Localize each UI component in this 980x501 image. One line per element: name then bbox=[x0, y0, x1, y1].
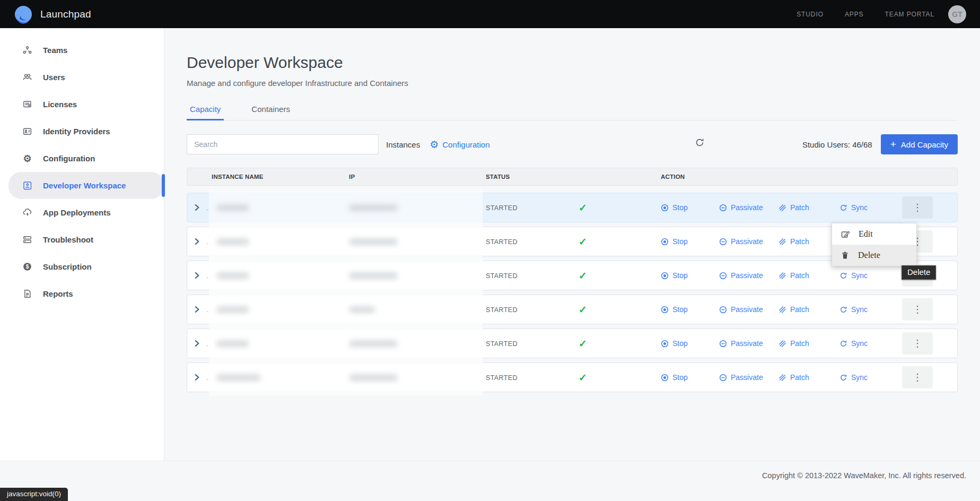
action-label: Stop bbox=[672, 271, 688, 280]
sync-icon bbox=[839, 340, 847, 348]
sync-action[interactable]: Sync bbox=[839, 339, 882, 348]
tab-bar: Capacity Containers bbox=[187, 105, 958, 120]
search-input[interactable] bbox=[187, 134, 379, 154]
menu-item-delete[interactable]: Delete bbox=[832, 245, 916, 266]
stop-action[interactable]: Stop bbox=[661, 237, 719, 246]
stop-circle-icon bbox=[661, 306, 669, 314]
passivate-action[interactable]: Passivate bbox=[719, 203, 778, 212]
table-row[interactable]: .. STARTED ✓ Stop Passivate bbox=[187, 295, 958, 324]
cloud-upload-icon bbox=[22, 208, 32, 218]
user-avatar[interactable]: GT bbox=[948, 5, 966, 23]
top-link-apps[interactable]: APPS bbox=[845, 11, 864, 18]
sidebar-item-troubleshoot[interactable]: Troubleshoot bbox=[8, 226, 164, 253]
expand-chevron-icon[interactable] bbox=[192, 305, 202, 314]
minus-circle-icon bbox=[719, 204, 727, 212]
passivate-action[interactable]: Passivate bbox=[719, 373, 778, 382]
patch-action[interactable]: Patch bbox=[778, 271, 839, 280]
patch-stripes-icon bbox=[778, 238, 786, 246]
refresh-button[interactable] bbox=[695, 137, 705, 148]
toolbar: Instances ⚙ Configuration Studio Users: … bbox=[187, 134, 958, 154]
sync-action[interactable]: Sync bbox=[839, 305, 882, 314]
status-text: STARTED bbox=[486, 272, 518, 280]
minus-circle-icon bbox=[719, 340, 727, 348]
sidebar-item-licenses[interactable]: Licenses bbox=[8, 91, 164, 118]
sidebar-item-app-deployments[interactable]: App Deployments bbox=[8, 199, 164, 226]
sync-action[interactable]: Sync bbox=[839, 203, 882, 212]
patch-action[interactable]: Patch bbox=[778, 339, 839, 348]
passivate-action[interactable]: Passivate bbox=[719, 305, 778, 314]
kebab-icon: ⋮ bbox=[913, 338, 922, 349]
add-capacity-button[interactable]: + Add Capacity bbox=[881, 134, 958, 154]
action-label: Stop bbox=[672, 237, 688, 246]
redacted-ip bbox=[349, 272, 398, 279]
row-menu-button[interactable]: ⋮ bbox=[902, 196, 933, 219]
identity-card-icon bbox=[22, 126, 32, 136]
redacted-name-prefix: .. bbox=[206, 374, 211, 382]
redacted-instance-name bbox=[216, 340, 249, 347]
configuration-link[interactable]: ⚙ Configuration bbox=[430, 140, 489, 150]
tab-containers[interactable]: Containers bbox=[248, 105, 293, 120]
row-menu-button[interactable]: ⋮ bbox=[902, 366, 933, 388]
instances-label: Instances bbox=[386, 140, 420, 149]
row-menu-button[interactable]: ⋮ bbox=[902, 332, 933, 355]
sidebar-item-reports[interactable]: Reports bbox=[8, 280, 164, 307]
stop-action[interactable]: Stop bbox=[661, 305, 719, 314]
sidebar-item-configuration[interactable]: ⚙ Configuration bbox=[8, 145, 164, 172]
sidebar-item-identity-providers[interactable]: Identity Providers bbox=[8, 118, 164, 145]
sync-icon bbox=[839, 374, 847, 382]
tab-capacity[interactable]: Capacity bbox=[187, 105, 224, 120]
page-subtitle: Manage and configure developer Infrastru… bbox=[187, 79, 958, 88]
patch-action[interactable]: Patch bbox=[778, 203, 839, 212]
kebab-icon: ⋮ bbox=[913, 202, 922, 213]
action-label: Patch bbox=[790, 305, 809, 314]
stop-action[interactable]: Stop bbox=[661, 339, 719, 348]
workspace-icon bbox=[22, 180, 32, 191]
sidebar-item-teams[interactable]: Teams bbox=[8, 37, 164, 64]
teams-icon bbox=[22, 45, 32, 55]
kebab-icon: ⋮ bbox=[913, 304, 922, 315]
table-row[interactable]: .. STARTED ✓ Stop Passivate bbox=[187, 362, 958, 392]
expand-chevron-icon[interactable] bbox=[192, 203, 202, 212]
table-header: INSTANCE NAME IP STATUS ACTION bbox=[187, 168, 958, 186]
expand-chevron-icon[interactable] bbox=[192, 339, 202, 348]
menu-item-edit[interactable]: Edit bbox=[832, 223, 916, 245]
action-label: Passivate bbox=[731, 237, 763, 246]
sync-action[interactable]: Sync bbox=[839, 271, 882, 280]
action-label: Passivate bbox=[731, 373, 763, 382]
sync-icon bbox=[839, 204, 847, 212]
sync-action[interactable]: Sync bbox=[839, 373, 882, 382]
status-text: STARTED bbox=[486, 204, 518, 212]
passivate-action[interactable]: Passivate bbox=[719, 271, 778, 280]
redacted-ip bbox=[349, 204, 398, 211]
expand-chevron-icon[interactable] bbox=[192, 237, 202, 246]
action-label: Patch bbox=[790, 373, 809, 382]
top-link-team-portal[interactable]: TEAM PORTAL bbox=[885, 11, 934, 18]
expand-chevron-icon[interactable] bbox=[192, 373, 202, 382]
patch-action[interactable]: Patch bbox=[778, 373, 839, 382]
sidebar-item-subscription[interactable]: $ Subscription bbox=[8, 253, 164, 280]
patch-stripes-icon bbox=[778, 374, 786, 382]
sidebar-item-users[interactable]: Users bbox=[8, 64, 164, 91]
top-bar: Launchpad STUDIO APPS TEAM PORTAL GT bbox=[0, 0, 980, 28]
stop-action[interactable]: Stop bbox=[661, 373, 719, 382]
redacted-instance-name bbox=[216, 374, 261, 381]
row-context-menu: Edit Delete bbox=[832, 223, 917, 266]
redacted-instance-name bbox=[216, 272, 249, 279]
gear-icon: ⚙ bbox=[430, 140, 439, 150]
stop-action[interactable]: Stop bbox=[661, 271, 719, 280]
minus-circle-icon bbox=[719, 272, 727, 280]
patch-action[interactable]: Patch bbox=[778, 305, 839, 314]
sidebar-item-developer-workspace[interactable]: Developer Workspace bbox=[8, 172, 164, 199]
table-row[interactable]: .. STARTED ✓ Stop Passivate bbox=[187, 329, 958, 358]
expand-chevron-icon[interactable] bbox=[192, 271, 202, 280]
action-label: Passivate bbox=[731, 305, 763, 314]
passivate-action[interactable]: Passivate bbox=[719, 237, 778, 246]
patch-action[interactable]: Patch bbox=[778, 237, 839, 246]
row-menu-button[interactable]: ⋮ bbox=[902, 298, 933, 321]
top-link-studio[interactable]: STUDIO bbox=[797, 11, 824, 18]
sidebar-item-label: Reports bbox=[43, 289, 73, 298]
status-check-icon: ✓ bbox=[579, 202, 587, 213]
stop-action[interactable]: Stop bbox=[661, 203, 719, 212]
passivate-action[interactable]: Passivate bbox=[719, 339, 778, 348]
table-row[interactable]: .. STARTED ✓ Stop Passivate bbox=[187, 193, 958, 222]
